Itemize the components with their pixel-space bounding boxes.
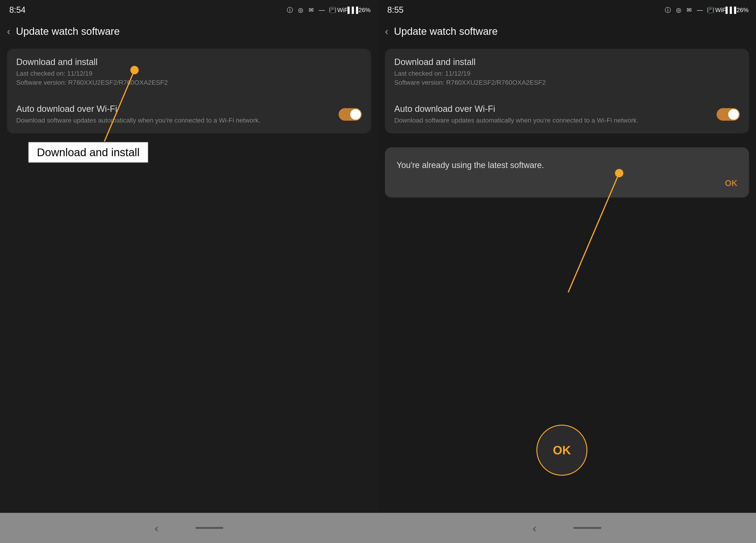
- annotation-label: Download and install: [28, 141, 149, 163]
- status-bar-right: 8:55 ⓘ ◎ ✉ — 📳 WiFi ▌▌▌ 26%: [378, 0, 756, 19]
- app-header-right: ‹ Update watch software: [378, 19, 756, 44]
- camera-icon-r: ◎: [674, 6, 683, 14]
- nav-bar-left: ‹: [0, 513, 378, 543]
- right-panel-content: Download and install Last checked on: 11…: [378, 44, 756, 513]
- download-install-sub2: Software version: R760XXU2ESF2/R760OXA2E…: [16, 78, 362, 87]
- vibrate-icon: 📳: [328, 6, 337, 14]
- download-install-sub2-r: Software version: R760XXU2ESF2/R760OXA2E…: [394, 78, 740, 87]
- status-icons-left: ⓘ ◎ ✉ — 📳 WiFi ▌▌▌ 26%: [286, 6, 369, 14]
- camera-icon: ◎: [296, 6, 305, 14]
- left-phone-panel: 8:54 ⓘ ◎ ✉ — 📳 WiFi ▌▌▌ 26% ‹ Update wat…: [0, 0, 378, 543]
- download-install-sub1: Last checked on: 11/12/19: [16, 69, 362, 78]
- nav-home-right[interactable]: [573, 527, 601, 529]
- time-left: 8:54: [9, 5, 26, 15]
- toggle-knob: [350, 109, 361, 120]
- auto-download-toggle-r[interactable]: [717, 108, 740, 121]
- nav-bar-right: ‹: [378, 513, 756, 543]
- auto-download-text-r: Auto download over Wi-Fi Download softwa…: [394, 104, 712, 125]
- download-install-title: Download and install: [16, 57, 362, 67]
- download-install-sub1-r: Last checked on: 11/12/19: [394, 69, 740, 78]
- content-area-left: Download and install Last checked on: 11…: [0, 44, 378, 513]
- auto-download-item[interactable]: Auto download over Wi-Fi Download softwa…: [7, 96, 371, 133]
- header-title-right: Update watch software: [394, 26, 498, 37]
- time-right: 8:55: [387, 5, 404, 15]
- auto-download-item-r[interactable]: Auto download over Wi-Fi Download softwa…: [385, 96, 749, 133]
- status-bar-left: 8:54 ⓘ ◎ ✉ — 📳 WiFi ▌▌▌ 26%: [0, 0, 378, 19]
- settings-card-left: Download and install Last checked on: 11…: [7, 49, 371, 133]
- signal-icon: ▌▌▌: [350, 6, 358, 14]
- vibrate-icon-r: 📳: [706, 6, 715, 14]
- app-header-left: ‹ Update watch software: [0, 19, 378, 44]
- status-icons-right: ⓘ ◎ ✉ — 📳 WiFi ▌▌▌ 26%: [664, 6, 747, 14]
- battery-right: 26%: [738, 6, 747, 14]
- nav-back-left[interactable]: ‹: [155, 522, 158, 534]
- dialog-ok-button[interactable]: OK: [397, 178, 737, 188]
- download-install-item[interactable]: Download and install Last checked on: 11…: [7, 49, 371, 96]
- toggle-knob-r: [728, 109, 739, 120]
- signal-icon-r: ▌▌▌: [728, 6, 736, 14]
- nav-home-left[interactable]: [195, 527, 223, 529]
- message-icon: ✉: [307, 6, 315, 14]
- nav-back-right[interactable]: ‹: [533, 522, 536, 534]
- auto-download-toggle[interactable]: [339, 108, 362, 121]
- wifi-icon: WiFi: [339, 6, 347, 14]
- battery-left: 26%: [360, 6, 369, 14]
- wifi-icon-r: WiFi: [717, 6, 725, 14]
- auto-download-subtitle-r: Download software updates automatically …: [394, 116, 712, 125]
- download-install-item-r[interactable]: Download and install Last checked on: 11…: [385, 49, 749, 96]
- back-button-right[interactable]: ‹: [385, 26, 388, 37]
- auto-download-text: Auto download over Wi-Fi Download softwa…: [16, 104, 334, 125]
- auto-download-title-r: Auto download over Wi-Fi: [394, 104, 712, 114]
- ok-circle-annotation[interactable]: OK: [536, 425, 587, 476]
- header-title-left: Update watch software: [16, 26, 120, 37]
- ok-circle-label: OK: [553, 443, 571, 457]
- right-phone-panel: 8:55 ⓘ ◎ ✉ — 📳 WiFi ▌▌▌ 26% ‹ Update wat…: [378, 0, 756, 543]
- info-icon: ⓘ: [286, 6, 294, 14]
- dash-icon: —: [318, 6, 326, 14]
- download-install-title-r: Download and install: [394, 57, 740, 67]
- dash-icon-r: —: [696, 6, 704, 14]
- settings-card-right: Download and install Last checked on: 11…: [385, 49, 749, 133]
- info-icon-r: ⓘ: [664, 6, 672, 14]
- dialog-message: You're already using the latest software…: [397, 159, 737, 171]
- back-button-left[interactable]: ‹: [7, 26, 10, 37]
- auto-download-title: Auto download over Wi-Fi: [16, 104, 334, 114]
- auto-download-subtitle: Download software updates automatically …: [16, 116, 334, 125]
- message-icon-r: ✉: [685, 6, 693, 14]
- dialog-box: You're already using the latest software…: [385, 147, 749, 197]
